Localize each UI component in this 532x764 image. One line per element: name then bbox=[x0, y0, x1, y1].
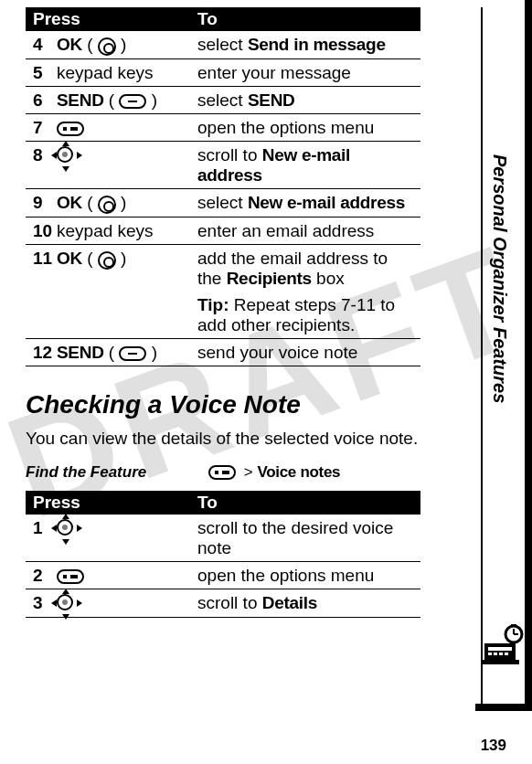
side-divider bbox=[481, 7, 483, 704]
find-feature-path: > Voice notes bbox=[208, 463, 340, 482]
nav-key-icon bbox=[57, 519, 77, 539]
to-text: enter your message bbox=[197, 63, 351, 82]
key-label: OK bbox=[57, 249, 82, 268]
step-num: 12 bbox=[33, 343, 57, 363]
step-num: 9 bbox=[33, 193, 57, 213]
to-bold: Details bbox=[262, 593, 317, 612]
step-num: 11 bbox=[33, 249, 57, 269]
find-feature-label: Find the Feature bbox=[26, 463, 208, 482]
to-text-post: box bbox=[312, 269, 345, 288]
main-content: Press To 4OK ( ) select Send in message … bbox=[0, 0, 420, 618]
col-to: To bbox=[190, 7, 420, 31]
to-bold: SEND bbox=[248, 90, 295, 110]
page-border-right bbox=[525, 0, 532, 704]
to-text: scroll to bbox=[197, 593, 262, 612]
table-row: 7 open the options menu bbox=[26, 113, 420, 141]
svg-rect-3 bbox=[494, 653, 497, 655]
nav-key-icon bbox=[57, 594, 77, 614]
to-text: scroll to bbox=[197, 145, 262, 164]
table-header-row: Press To bbox=[26, 7, 420, 31]
key-label: OK bbox=[57, 193, 82, 212]
step-num: 6 bbox=[33, 90, 57, 111]
tip-label: Tip: bbox=[197, 295, 229, 314]
nav-key-icon bbox=[57, 146, 77, 166]
table-header-row: Press To bbox=[26, 491, 420, 515]
table-row: 2 open the options menu bbox=[26, 561, 420, 589]
table-row-tip: Tip: Repeat steps 7-11 to add other reci… bbox=[26, 292, 420, 339]
path-item: Voice notes bbox=[257, 463, 340, 481]
to-text: select bbox=[197, 193, 248, 212]
svg-rect-5 bbox=[505, 653, 508, 655]
menu-key-icon bbox=[57, 122, 84, 136]
table-row: 10keypad keys enter an email address bbox=[26, 217, 420, 244]
key-label: keypad keys bbox=[57, 221, 154, 240]
to-text: select bbox=[197, 90, 248, 110]
table-row: 1 scroll to the desired voice note bbox=[26, 515, 420, 562]
table-row: 11OK ( ) add the email address to the Re… bbox=[26, 244, 420, 292]
softkey-dash-icon bbox=[119, 346, 146, 361]
section-heading: Checking a Voice Note bbox=[26, 390, 420, 419]
steps-table-1: Press To 4OK ( ) select Send in message … bbox=[26, 7, 420, 366]
to-text: send your voice note bbox=[197, 343, 357, 362]
path-separator: > bbox=[244, 463, 253, 481]
menu-key-icon bbox=[208, 465, 236, 480]
to-bold: Send in message bbox=[248, 35, 386, 54]
col-press: Press bbox=[26, 7, 190, 31]
to-text: select bbox=[197, 35, 248, 54]
key-label: OK bbox=[57, 35, 82, 54]
center-key-icon bbox=[98, 249, 116, 270]
find-feature-row: Find the Feature > Voice notes bbox=[26, 463, 420, 482]
to-text: open the options menu bbox=[197, 566, 374, 585]
col-press: Press bbox=[26, 491, 190, 515]
step-num: 4 bbox=[33, 35, 57, 55]
table-row: 4OK ( ) select Send in message bbox=[26, 31, 420, 58]
step-num: 7 bbox=[33, 118, 57, 138]
key-label: SEND bbox=[57, 343, 104, 362]
steps-table-2: Press To 1 scroll to the desired voice n… bbox=[26, 491, 420, 618]
svg-rect-1 bbox=[488, 647, 512, 651]
step-num: 2 bbox=[33, 566, 57, 586]
table-row: 8 scroll to New e-mail address bbox=[26, 141, 420, 188]
svg-rect-2 bbox=[488, 653, 492, 655]
softkey-dash-icon bbox=[119, 94, 146, 109]
table-row: 6SEND ( ) select SEND bbox=[26, 86, 420, 113]
key-label: keypad keys bbox=[57, 63, 154, 82]
svg-rect-10 bbox=[511, 624, 516, 627]
page-border-bottom bbox=[475, 704, 532, 711]
side-section-label: Personal Organizer Features bbox=[489, 101, 510, 457]
to-text: scroll to the desired voice note bbox=[197, 518, 393, 557]
page-number: 139 bbox=[481, 737, 506, 755]
step-num: 5 bbox=[33, 63, 57, 83]
col-to: To bbox=[190, 491, 420, 515]
table-row: 3 scroll to Details bbox=[26, 589, 420, 617]
table-row: 12SEND ( ) send your voice note bbox=[26, 338, 420, 366]
center-key-icon bbox=[98, 194, 116, 214]
to-text: open the options menu bbox=[197, 118, 374, 137]
table-row: 9OK ( ) select New e-mail address bbox=[26, 188, 420, 217]
to-bold: Recipients bbox=[227, 269, 312, 288]
table-row: 5keypad keys enter your message bbox=[26, 58, 420, 86]
typewriter-icon bbox=[479, 623, 525, 673]
page: DRAFT Personal Organizer Features Press … bbox=[0, 0, 532, 764]
section-intro: You can view the details of the selected… bbox=[26, 429, 420, 449]
to-bold: New e-mail address bbox=[248, 193, 405, 212]
menu-key-icon bbox=[57, 569, 84, 584]
key-label: SEND bbox=[57, 90, 104, 110]
step-num: 10 bbox=[33, 221, 57, 241]
center-key-icon bbox=[98, 36, 116, 56]
svg-rect-4 bbox=[499, 653, 503, 655]
to-text: enter an email address bbox=[197, 221, 374, 240]
svg-rect-6 bbox=[481, 660, 519, 664]
